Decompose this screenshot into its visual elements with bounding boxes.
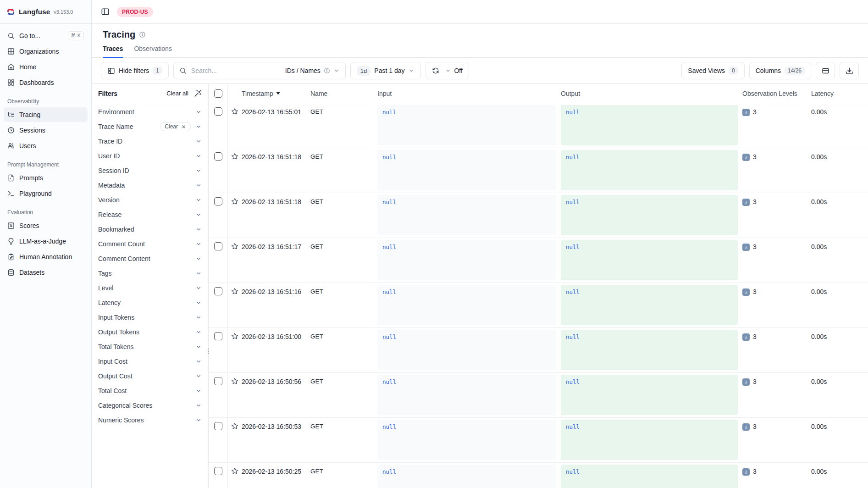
table-row[interactable]: 2026-02-13 16:51:00 GET null null i 3 0.… xyxy=(209,328,868,373)
filter-row[interactable]: Release xyxy=(92,207,208,222)
chevron-down-icon[interactable] xyxy=(195,123,202,130)
sidebar-item-prompts[interactable]: Prompts xyxy=(4,171,88,185)
column-header-latency[interactable]: Latency xyxy=(811,84,862,103)
magic-wand-icon[interactable] xyxy=(194,89,202,97)
trace-name[interactable]: GET xyxy=(310,283,377,327)
search-input[interactable] xyxy=(190,67,282,75)
trace-name[interactable]: GET xyxy=(310,238,377,283)
chevron-down-icon[interactable] xyxy=(195,299,202,306)
chevron-down-icon[interactable] xyxy=(195,255,202,262)
filter-row[interactable]: Bookmarked xyxy=(92,222,208,237)
trace-output-cell[interactable]: null xyxy=(561,195,738,235)
chevron-down-icon[interactable] xyxy=(195,197,202,203)
chevron-down-icon[interactable] xyxy=(195,388,202,394)
bookmark-star-icon[interactable] xyxy=(231,377,238,385)
select-all-checkbox[interactable] xyxy=(214,89,222,98)
chevron-down-icon[interactable] xyxy=(195,241,202,247)
table-row[interactable]: 2026-02-13 16:51:18 GET null null i 3 0.… xyxy=(209,148,868,193)
filter-row[interactable]: Categorical Scores xyxy=(92,398,208,413)
trace-output-cell[interactable]: null xyxy=(561,465,738,488)
bookmark-star-icon[interactable] xyxy=(231,198,238,205)
sidebar-item-scores[interactable]: Scores xyxy=(4,218,88,233)
sidebar-item-home[interactable]: Home xyxy=(4,60,88,74)
hide-filters-button[interactable]: Hide filters 1 xyxy=(101,62,169,79)
trace-output-cell[interactable]: null xyxy=(561,240,738,280)
info-icon[interactable] xyxy=(139,31,146,38)
sidebar-item-playground[interactable]: Playground xyxy=(4,186,88,201)
chevron-down-icon[interactable] xyxy=(195,167,202,174)
trace-output-cell[interactable]: null xyxy=(561,375,738,415)
sidebar-toggle-icon[interactable] xyxy=(101,7,110,16)
column-header-observation-levels[interactable]: Observation Levels xyxy=(742,84,811,103)
sidebar-item-llm-as-a-judge[interactable]: LLM-as-a-Judge xyxy=(4,234,88,249)
trace-output-cell[interactable]: null xyxy=(561,420,738,460)
filter-row[interactable]: Comment Content xyxy=(92,251,208,266)
row-checkbox[interactable] xyxy=(214,377,222,385)
row-checkbox[interactable] xyxy=(214,197,222,205)
sidebar-item-users[interactable]: Users xyxy=(4,139,88,153)
filter-row[interactable]: Numeric Scores xyxy=(92,413,208,427)
saved-views-button[interactable]: Saved Views 0 xyxy=(681,62,744,79)
environment-badge[interactable]: PROD-US xyxy=(117,7,153,17)
column-header-name[interactable]: Name xyxy=(310,84,377,103)
chevron-down-icon[interactable] xyxy=(195,344,202,350)
table-row[interactable]: 2026-02-13 16:51:16 GET null null i 3 0.… xyxy=(209,283,868,328)
chevron-down-icon[interactable] xyxy=(195,138,202,144)
filter-row[interactable]: Output Cost xyxy=(92,369,208,383)
trace-input-cell[interactable]: null xyxy=(377,240,556,280)
trace-name[interactable]: GET xyxy=(310,418,377,462)
table-row[interactable]: 2026-02-13 16:50:56 GET null null i 3 0.… xyxy=(209,373,868,418)
row-checkbox[interactable] xyxy=(214,107,222,116)
search-scope-select[interactable]: IDs / Names xyxy=(285,67,340,74)
filter-row[interactable]: Trace Name Clear xyxy=(92,119,208,134)
chevron-down-icon[interactable] xyxy=(195,285,202,291)
tab-observations[interactable]: Observations xyxy=(134,45,171,58)
filter-row[interactable]: Input Tokens xyxy=(92,310,208,325)
sidebar-item-tracing[interactable]: Tracing xyxy=(4,107,88,122)
bookmark-star-icon[interactable] xyxy=(231,243,238,250)
trace-name[interactable]: GET xyxy=(310,328,377,372)
row-checkbox[interactable] xyxy=(214,467,222,475)
clear-all-filters-button[interactable]: Clear all xyxy=(166,90,188,97)
filter-row[interactable]: Output Tokens xyxy=(92,325,208,339)
filter-row[interactable]: Metadata xyxy=(92,178,208,193)
chevron-down-icon[interactable] xyxy=(195,358,202,365)
sidebar-item-dashboards[interactable]: Dashboards xyxy=(4,75,88,90)
chevron-down-icon[interactable] xyxy=(195,417,202,423)
tab-traces[interactable]: Traces xyxy=(103,45,123,58)
filter-row[interactable]: Total Cost xyxy=(92,383,208,398)
refresh-icon[interactable] xyxy=(432,67,439,74)
row-checkbox[interactable] xyxy=(214,152,222,161)
chevron-down-icon[interactable] xyxy=(195,109,202,115)
row-height-button[interactable] xyxy=(816,62,835,79)
table-row[interactable]: 2026-02-13 16:50:53 GET null null i 3 0.… xyxy=(209,418,868,463)
trace-output-cell[interactable]: null xyxy=(561,285,738,325)
filter-row[interactable]: Environment xyxy=(92,105,208,119)
trace-name[interactable]: GET xyxy=(310,463,377,488)
trace-output-cell[interactable]: null xyxy=(561,330,738,370)
chevron-down-icon[interactable] xyxy=(195,270,202,277)
row-checkbox[interactable] xyxy=(214,332,222,340)
trace-input-cell[interactable]: null xyxy=(377,195,556,235)
filter-clear-button[interactable]: Clear xyxy=(160,122,191,131)
trace-name[interactable]: GET xyxy=(310,193,377,238)
trace-input-cell[interactable]: null xyxy=(377,330,556,370)
chevron-down-icon[interactable] xyxy=(195,373,202,379)
filter-row[interactable]: User ID xyxy=(92,149,208,163)
table-row[interactable]: 2026-02-13 16:51:18 GET null null i 3 0.… xyxy=(209,193,868,238)
trace-name[interactable]: GET xyxy=(310,148,377,193)
chevron-down-icon[interactable] xyxy=(195,211,202,218)
table-row[interactable]: 2026-02-13 16:50:25 GET null null i 3 0.… xyxy=(209,463,868,488)
filter-row[interactable]: Version xyxy=(92,193,208,207)
column-header-input[interactable]: Input xyxy=(377,84,561,103)
column-header-timestamp[interactable]: Timestamp xyxy=(242,84,310,103)
sidebar-item-human-annotation[interactable]: Human Annotation xyxy=(4,250,88,264)
sidebar-item-organizations[interactable]: Organizations xyxy=(4,44,88,59)
filter-row[interactable]: Level xyxy=(92,281,208,295)
trace-input-cell[interactable]: null xyxy=(377,465,556,488)
chevron-down-icon[interactable] xyxy=(195,329,202,335)
close-icon[interactable] xyxy=(181,124,186,129)
sidebar-item-go-to[interactable]: Go to... ⌘ K xyxy=(4,28,88,43)
chevron-down-icon[interactable] xyxy=(195,226,202,233)
trace-output-cell[interactable]: null xyxy=(561,105,738,145)
